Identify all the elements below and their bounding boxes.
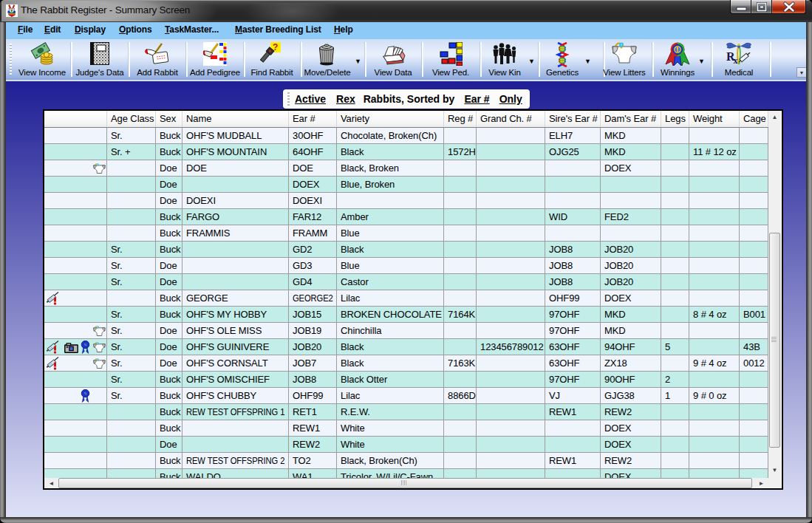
svg-text:x: x bbox=[734, 55, 738, 66]
